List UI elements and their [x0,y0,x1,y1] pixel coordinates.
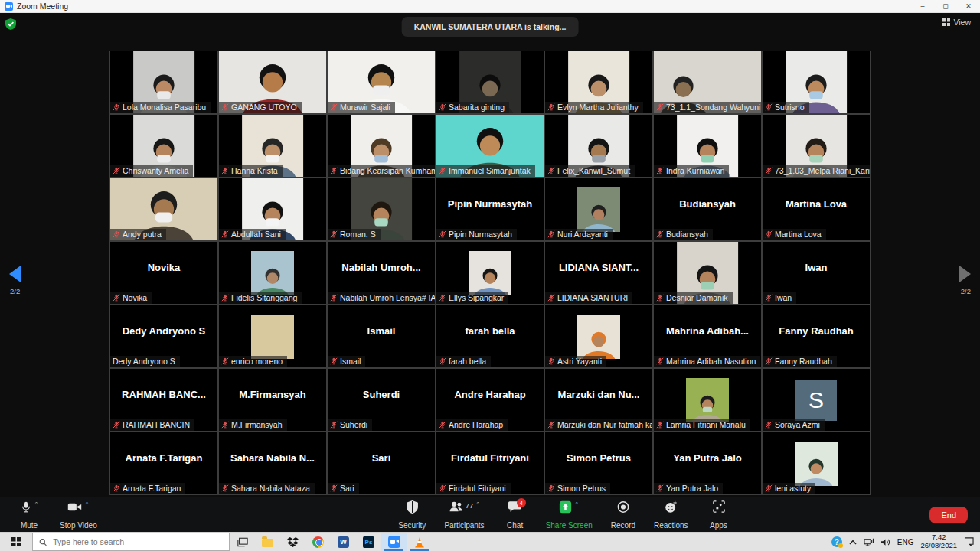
file-explorer-button[interactable] [255,533,280,551]
participant-tile[interactable]: Simon PetrusSimon Petrus [545,432,652,494]
participant-tile[interactable]: Hanna Krista [219,115,326,177]
participant-tile[interactable]: Andre HarahapAndre Harahap [436,369,544,431]
chrome-button[interactable] [305,533,331,551]
participant-tile[interactable]: Lola Monalisa Pasaribu [110,51,217,113]
participant-tile[interactable]: Evlyn Martha Julianthy [545,51,652,113]
participant-tile[interactable]: farah bellafarah bella [436,305,544,367]
participant-tile[interactable]: Fidelis Sitanggang [219,242,326,304]
participant-tile[interactable]: SSoraya Azmi [763,369,870,431]
muted-mic-icon [656,357,664,365]
participant-tile[interactable]: Arnata F.TariganArnata F.Tarigan [110,432,217,494]
muted-mic-icon [547,294,555,302]
record-button[interactable]: Record [602,497,645,532]
participant-tile[interactable]: Immanuel Simanjuntak [436,115,544,177]
task-view-button[interactable] [230,533,255,551]
tray-expand-chevron[interactable] [849,540,857,545]
help-tray-icon[interactable]: ? [831,536,842,547]
language-indicator[interactable]: ENG [897,538,914,546]
participant-tile[interactable]: Fanny RaudhahFanny Raudhah [763,305,870,367]
participant-tile[interactable]: Roman. S [328,178,435,240]
participant-tile[interactable]: Felix_Kanwil_Sumut [545,115,652,177]
start-button[interactable] [0,533,32,551]
end-meeting-button[interactable]: End [929,507,968,523]
reactions-button[interactable]: Reactions [645,497,697,532]
vlc-button[interactable] [407,533,432,551]
meeting-area: KANWIL SUMATERA UTARA is talking... View… [0,13,980,497]
previous-page-arrow[interactable] [9,266,21,282]
video-options-chevron[interactable]: ⌃ [84,501,89,507]
action-center-icon[interactable] [964,537,974,546]
participant-tile[interactable]: Nabilah Umroh...Nabilah Umroh Lensya# IA… [328,242,435,304]
participant-tile[interactable]: Murawir Sajali [328,51,435,113]
share-screen-button[interactable]: ⌃ Share Screen [537,497,602,532]
chat-button[interactable]: 4 Chat [494,497,537,532]
participant-tile[interactable]: Lamria Fitriani Manalu [654,369,761,431]
participant-tile[interactable]: Martina LovaMartina Lova [763,178,870,240]
zoom-taskbar-button[interactable] [381,533,407,551]
participant-tile[interactable]: IwanIwan [763,242,870,304]
participant-tile[interactable]: GANANG UTOYO [219,51,326,113]
taskbar-search[interactable] [32,533,230,551]
maximize-button[interactable]: ◻ [934,0,957,12]
participant-tile[interactable]: SariSari [328,432,435,494]
network-icon[interactable] [864,537,874,546]
participant-tile[interactable]: IsmailIsmail [328,305,435,367]
participant-tile[interactable]: Sutrisno [763,51,870,113]
search-input[interactable] [51,536,223,547]
participant-avatar [251,251,294,295]
minimize-button[interactable]: – [911,0,934,12]
volume-icon[interactable] [880,538,890,546]
taskbar-clock[interactable]: 7:42 26/08/2021 [920,533,957,550]
mute-button[interactable]: ⌃ Mute [8,497,51,532]
participant-tile[interactable]: Yan Putra JaloYan Putra Jalo [654,432,761,494]
encryption-shield-icon[interactable] [5,18,16,30]
participants-options-chevron[interactable]: ⌃ [475,501,480,507]
participant-tile[interactable]: NovikaNovika [110,242,217,304]
participant-tile[interactable]: Bidang Kearsipan Kumham [328,115,435,177]
participant-tile[interactable]: SuherdiSuherdi [328,369,435,431]
participant-tile[interactable]: Sahara Nabila N...Sahara Nabila Nataza [219,432,326,494]
participant-tile[interactable]: enrico moreno [219,305,326,367]
participant-tile[interactable]: RAHMAH BANC...RAHMAH BANCIN [110,369,217,431]
participant-tile[interactable]: 73_1.1_Sondang Wahyuni Tam... [654,51,761,113]
participant-tile[interactable]: Indra Kurniawan [654,115,761,177]
participant-tile[interactable]: Sabarita ginting [436,51,544,113]
participant-name-label: Lola Monalisa Pasaribu [110,102,211,113]
participant-tile[interactable]: Nuri Ardayanti [545,178,652,240]
participant-tile[interactable]: Astri Yayanti [545,305,652,367]
view-button[interactable]: View [942,18,971,27]
participant-name-centered: Suherdi [328,369,435,420]
apps-icon [713,500,725,513]
participant-tile[interactable]: 73_1.03_Melpa Riani_Kanwil S... [763,115,870,177]
participant-tile[interactable]: Chriswanty Amelia [110,115,217,177]
participant-tile[interactable]: Abdullah Sani [219,178,326,240]
photoshop-button[interactable]: Ps [356,533,381,551]
word-button[interactable]: W [331,533,356,551]
close-button[interactable]: ✕ [957,0,980,12]
security-button[interactable]: Security [389,497,435,532]
participant-tile[interactable]: Desniar Damanik [654,242,761,304]
share-options-chevron[interactable]: ⌃ [574,501,579,507]
participant-tile[interactable]: Andy putra [110,178,217,240]
stop-video-button[interactable]: ⌃ Stop Video [51,497,106,532]
participant-tile[interactable]: Marzuki dan Nu...Marzuki dan Nur fatmah … [545,369,652,431]
participant-tile[interactable]: Mahrina Adibah...Mahrina Adibah Nasution [654,305,761,367]
participant-tile[interactable]: BudiansyahBudiansyah [654,178,761,240]
participant-tile[interactable]: Pipin NurmasytahPipin Nurmasytah [436,178,544,240]
participant-name-centered: Arnata F.Tarigan [110,432,217,484]
participant-tile[interactable]: Firdatul FitriyaniFirdatul Fitriyani [436,432,544,494]
apps-button[interactable]: Apps [697,497,740,532]
participants-button[interactable]: 77 ⌃ Participants [435,497,493,532]
reactions-smiley-icon [665,500,678,514]
muted-mic-icon [113,230,120,238]
mute-options-chevron[interactable]: ⌃ [34,501,39,507]
participant-tile[interactable]: Dedy Andryono SDedy Andryono S [110,305,217,367]
participant-tile[interactable]: LIDIANA SIANT...LIDIANA SIANTURI [545,242,652,304]
next-page-arrow[interactable] [959,266,971,282]
participant-name-label: Arnata F.Tarigan [110,483,185,494]
participant-tile[interactable]: Ellys Sipangkar [436,242,544,304]
muted-mic-icon [765,484,773,492]
participant-tile[interactable]: leni astuty [763,432,870,494]
participant-tile[interactable]: M.FirmansyahM.Firmansyah [219,369,326,431]
dropbox-button[interactable] [280,533,305,551]
